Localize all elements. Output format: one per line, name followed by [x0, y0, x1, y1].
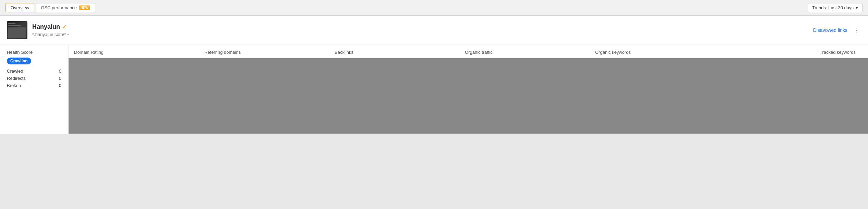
nav-tabs: Overview GSC performance NEW: [5, 3, 95, 12]
site-info-left: Hanyalun ✔ *.hanyalun.com/* ▾: [7, 21, 69, 39]
metric-header-referring-domains: Referring domains: [204, 50, 335, 55]
site-details: Hanyalun ✔ *.hanyalun.com/* ▾: [32, 23, 69, 37]
metric-header-organic-traffic: Organic traffic: [465, 50, 595, 55]
broken-stat: Broken 0: [7, 83, 61, 88]
chart-area: [69, 58, 868, 134]
main-content: Hanyalun ✔ *.hanyalun.com/* ▾ Disavowed …: [0, 16, 868, 134]
site-name-row: Hanyalun ✔: [32, 23, 69, 30]
health-score-column: Health Score Crawling Crawled 0 Redirect…: [0, 45, 69, 134]
verified-icon: ✔: [62, 24, 67, 30]
top-nav: Overview GSC performance NEW Trends: Las…: [0, 0, 868, 16]
metric-header-backlinks: Backlinks: [335, 50, 465, 55]
disavowed-links-button[interactable]: Disavowed links: [813, 27, 847, 33]
health-stats: Crawled 0 Redirects 0 Broken 0: [7, 69, 61, 88]
trends-button[interactable]: Trends: Last 30 days ▾: [808, 3, 863, 12]
metric-header-tracked-keywords: Tracked keywords: [725, 50, 863, 55]
metrics-columns: Domain Rating Referring domains Backlink…: [69, 45, 868, 134]
tab-overview[interactable]: Overview: [5, 3, 34, 12]
metrics-row: Health Score Crawling Crawled 0 Redirect…: [0, 45, 868, 134]
crawled-value: 0: [59, 69, 61, 74]
tab-gsc-performance[interactable]: GSC performance NEW: [36, 3, 95, 12]
metric-headers: Domain Rating Referring domains Backlink…: [69, 45, 868, 58]
site-domain-row[interactable]: *.hanyalun.com/* ▾: [32, 32, 69, 37]
site-thumbnail: [7, 21, 27, 39]
new-badge: NEW: [79, 5, 90, 10]
site-header: Hanyalun ✔ *.hanyalun.com/* ▾ Disavowed …: [0, 16, 868, 45]
health-score-label: Health Score: [7, 50, 61, 55]
crawled-stat: Crawled 0: [7, 69, 61, 74]
broken-value: 0: [59, 83, 61, 88]
broken-label: Broken: [7, 83, 21, 88]
gsc-tab-label: GSC performance: [41, 5, 77, 10]
more-options-icon[interactable]: ⋮: [852, 27, 861, 34]
trends-chevron-icon: ▾: [856, 5, 858, 10]
site-name: Hanyalun: [32, 23, 60, 30]
redirects-value: 0: [59, 76, 61, 81]
metric-header-domain-rating: Domain Rating: [74, 50, 204, 55]
site-domain: *.hanyalun.com/*: [32, 32, 66, 37]
trends-button-label: Trends: Last 30 days: [812, 5, 854, 10]
site-actions: Disavowed links ⋮: [813, 27, 861, 34]
overview-tab-label: Overview: [11, 5, 29, 10]
domain-chevron-icon: ▾: [67, 33, 69, 36]
metric-header-organic-keywords: Organic keywords: [595, 50, 725, 55]
redirects-stat: Redirects 0: [7, 76, 61, 81]
crawling-badge: Crawling: [7, 58, 31, 64]
redirects-label: Redirects: [7, 76, 26, 81]
crawled-label: Crawled: [7, 69, 23, 74]
